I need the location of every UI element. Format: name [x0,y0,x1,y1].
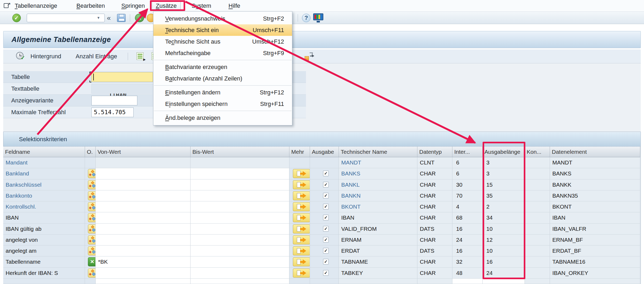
input-bis-wert[interactable] [191,256,289,268]
menu-item-springen[interactable]: Springen [121,0,145,12]
save-icon[interactable] [117,14,126,22]
input-von-wert[interactable] [96,212,191,224]
ausgabe-checkbox[interactable]: ✓ [323,215,329,220]
command-input[interactable] [27,14,105,22]
input-bis-wert[interactable] [191,235,289,245]
input-von-wert[interactable] [96,179,191,190]
input-von-wert[interactable] [96,201,191,212]
mehr-button[interactable] [293,169,310,178]
input-von-wert[interactable]: *BK [96,256,191,268]
input-von-wert[interactable] [96,268,191,279]
tabelle-input[interactable]: TIBAN [91,72,153,82]
mehr-button[interactable] [293,257,310,266]
ausgabe-checkbox[interactable]: ✓ [323,171,329,176]
input-bis-wert[interactable] [191,268,289,279]
mehr-button[interactable] [293,180,310,189]
cell-ausgabe: ✓ [310,212,339,224]
column-header-mehr: Mehr [289,147,310,157]
cell-osel [85,168,96,179]
anzahl-eintraege-button[interactable]: Anzahl Einträge [76,49,117,63]
input-von-wert[interactable] [96,224,191,235]
mehr-button[interactable] [293,213,310,222]
dropdown-item-einstellungen-ändern[interactable]: Einstellungen ändernStrg+F12 [153,87,292,98]
menu-item-bearbeiten[interactable]: Bearbeiten [76,0,105,12]
ausgabe-checkbox[interactable]: ✓ [323,182,329,187]
back-icon[interactable]: « [135,14,144,22]
mehr-button[interactable] [293,246,310,255]
multiple-selection-icon[interactable] [88,169,96,178]
ausgabe-checkbox[interactable]: ✓ [323,259,329,264]
mehr-button[interactable] [293,268,310,278]
menu-item-system[interactable]: System [192,0,211,12]
multiple-selection-icon[interactable] [88,180,96,189]
active-selection-exclude-icon[interactable]: ✕ [88,257,96,266]
dropdown-item-änd-belege-anzeigen[interactable]: Änd.belege anzeigen [153,112,292,124]
dropdown-item-label: Batchvariante (Anzahl Zeilen) [165,73,242,84]
mehr-button[interactable] [293,191,310,200]
mehr-button[interactable] [293,202,310,211]
ausgabe-checkbox[interactable]: ✓ [323,193,329,198]
dropdown-item-batchvariante-anzahl-zeilen-[interactable]: Batchvariante (Anzahl Zeilen) [153,73,292,84]
input-bis-wert[interactable] [191,201,289,212]
cell-mehr [289,268,310,279]
hintergrund-button[interactable]: Hintergrund [30,49,61,63]
menu-item-tabellenanzeige[interactable]: Tabellenanzeige [15,0,57,12]
command-dropdown-icon[interactable]: ▼ [97,16,100,20]
input-bis-wert[interactable] [191,245,289,256]
dropdown-item-batchvariante-erzeugen[interactable]: Batchvariante erzeugen [153,61,292,73]
input-von-wert[interactable] [96,168,191,179]
input-bis-wert[interactable] [191,212,289,224]
cell-osel [85,212,96,224]
multiple-selection-icon[interactable] [88,202,96,211]
cell-mehr [289,179,310,190]
dropdown-item-label: Einstellungen ändern [165,87,220,98]
input-von-wert[interactable] [96,235,191,245]
empty-row-cell-ausgabe [310,279,339,284]
input-von-wert[interactable] [96,245,191,256]
dropdown-item-technische-sicht-aus[interactable]: Technische Sicht ausUmsch+F12 [153,36,292,47]
execute-clock-icon[interactable]: ✓ [16,52,25,61]
enter-check-icon[interactable]: ✓ [12,14,21,22]
mehr-button[interactable] [293,224,310,233]
menu-separator [153,110,292,112]
multiple-selection-icon[interactable] [88,268,96,278]
cell-datenelement: BKONT [550,201,640,212]
label-maximale-trefferzahl: Maximale Trefferzahl [11,106,66,118]
input-von-wert[interactable] [96,190,191,201]
focus-bracket [90,80,91,82]
multiple-selection-icon[interactable] [88,246,96,255]
new-session-monitor-icon[interactable] [313,13,323,22]
help-icon[interactable]: ? [302,14,311,22]
cell-ausgabe: ✓ [310,245,339,256]
multiple-selection-icon[interactable] [88,213,96,222]
cell-kontrolle [525,190,550,201]
dropdown-item-verwendungsnachweis[interactable]: VerwendungsnachweisStrg+F2 [153,13,292,24]
anzeigevariante-input[interactable] [91,96,137,105]
ausgabe-checkbox[interactable]: ✓ [323,237,329,243]
session-copy-icon[interactable]: ↗ [4,2,11,9]
mehr-button[interactable] [293,235,310,244]
multiple-selection-icon[interactable] [88,191,96,200]
multiple-selection-icon[interactable] [88,235,96,244]
empty-row-cell-bis-wert [191,279,289,284]
input-bis-wert[interactable] [191,190,289,201]
ausgabe-checkbox[interactable]: ✓ [323,204,329,209]
menu-item-hilfe[interactable]: Hilfe [228,0,240,12]
ausgabe-checkbox[interactable]: ✓ [323,248,329,254]
select-list-icon[interactable]: ▸ [136,52,146,61]
collapse-chevron-icon[interactable]: « [107,14,111,22]
input-bis-wert[interactable] [191,179,289,190]
dropdown-item-einstellungen-speichern[interactable]: Einstellungen speichernStrg+F11 [153,98,292,110]
multiple-selection-icon[interactable] [88,224,96,233]
maximale-trefferzahl-input[interactable]: 5.514.705 [91,108,134,117]
dropdown-item-technische-sicht-ein[interactable]: Technische Sicht einUmsch+F11 [153,24,292,36]
input-bis-wert[interactable] [191,168,289,179]
cell-kontrolle [525,201,550,212]
label-tabelle: Tabelle [11,71,30,83]
expand-arrows-icon[interactable] [304,52,314,62]
cell-feldname: Bankland [3,168,85,179]
input-bis-wert[interactable] [191,224,289,235]
dropdown-item-mehrfacheingabe[interactable]: MehrfacheingabeStrg+F9 [153,47,292,59]
ausgabe-checkbox[interactable]: ✓ [323,226,329,232]
ausgabe-checkbox[interactable]: ✓ [323,270,329,276]
